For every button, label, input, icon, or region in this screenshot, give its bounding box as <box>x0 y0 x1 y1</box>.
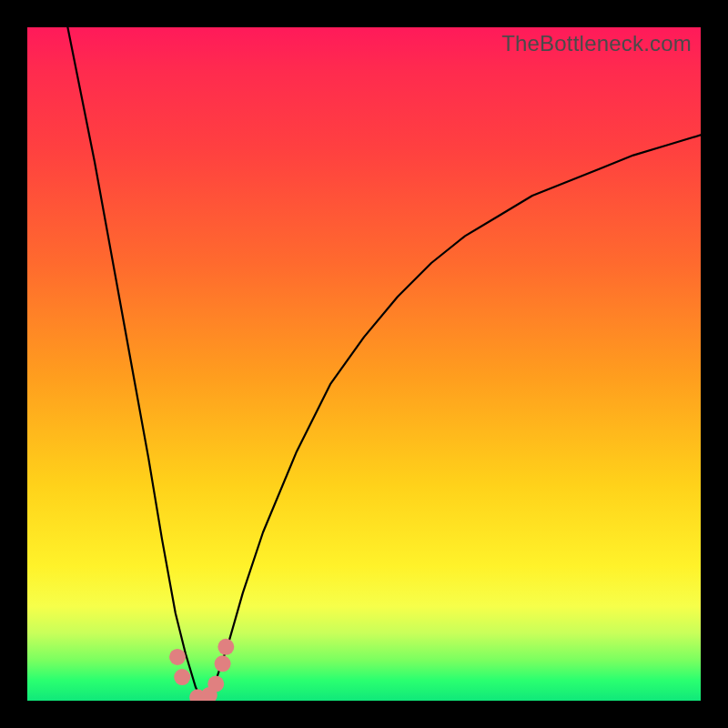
plot-area: TheBottleneck.com <box>27 27 701 701</box>
curve-right-branch <box>202 135 701 701</box>
curve-layer <box>27 27 701 701</box>
optimal-zone-dots <box>169 639 234 701</box>
marker-dot <box>174 669 190 685</box>
chart-frame: TheBottleneck.com <box>0 0 728 728</box>
marker-dot <box>215 655 231 672</box>
curve-left-branch <box>67 27 202 701</box>
marker-dot <box>169 649 186 665</box>
marker-dot <box>207 676 224 693</box>
marker-dot <box>217 639 234 655</box>
